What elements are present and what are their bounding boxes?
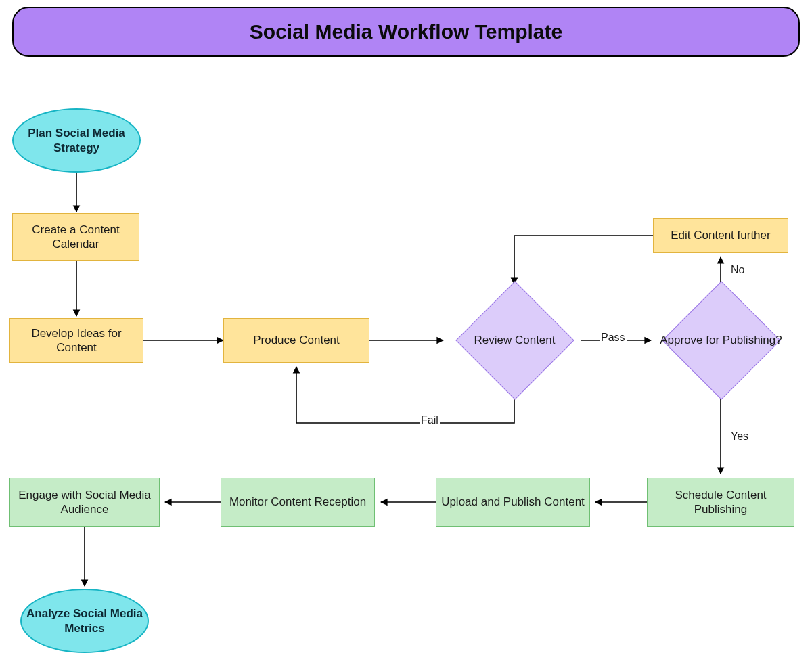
edge-label-no: No (729, 264, 746, 276)
edge-label-fail: Fail (420, 414, 440, 426)
node-develop: Develop Ideas for Content (9, 318, 143, 363)
node-produce-label: Produce Content (249, 333, 344, 347)
diagram-title: Social Media Workflow Template (250, 20, 562, 43)
node-edit: Edit Content further (653, 218, 788, 253)
node-start-ellipse: Plan Social Media Strategy (12, 108, 141, 173)
node-engage: Engage with Social Media Audience (9, 478, 160, 527)
node-engage-label: Engage with Social Media Audience (10, 488, 159, 517)
flowchart-canvas: Social Media Workflow Template (0, 0, 812, 672)
node-calendar-label: Create a Content Calendar (13, 223, 139, 252)
node-approve-label: Approve for Publishing? (655, 288, 787, 393)
node-monitor-label: Monitor Content Reception (225, 495, 370, 509)
edge-label-pass: Pass (600, 332, 627, 344)
node-upload-label: Upload and Publish Content (437, 495, 589, 509)
title-bar: Social Media Workflow Template (12, 7, 800, 57)
node-monitor: Monitor Content Reception (221, 478, 375, 527)
edge-label-yes: Yes (729, 430, 750, 443)
node-edit-label: Edit Content further (667, 228, 774, 242)
node-approve-diamond: Approve for Publishing? (655, 288, 787, 393)
node-review-label: Review Content (449, 288, 581, 393)
node-calendar: Create a Content Calendar (12, 213, 139, 261)
node-review-diamond: Review Content (449, 288, 581, 393)
node-schedule: Schedule Content Publishing (647, 478, 794, 527)
node-analyze-label: Analyze Social Media Metrics (22, 606, 148, 635)
node-start-label: Plan Social Media Strategy (14, 126, 139, 155)
node-upload: Upload and Publish Content (436, 478, 590, 527)
node-schedule-label: Schedule Content Publishing (648, 488, 794, 517)
node-analyze-ellipse: Analyze Social Media Metrics (20, 589, 149, 653)
node-produce: Produce Content (223, 318, 369, 363)
node-develop-label: Develop Ideas for Content (10, 326, 143, 355)
